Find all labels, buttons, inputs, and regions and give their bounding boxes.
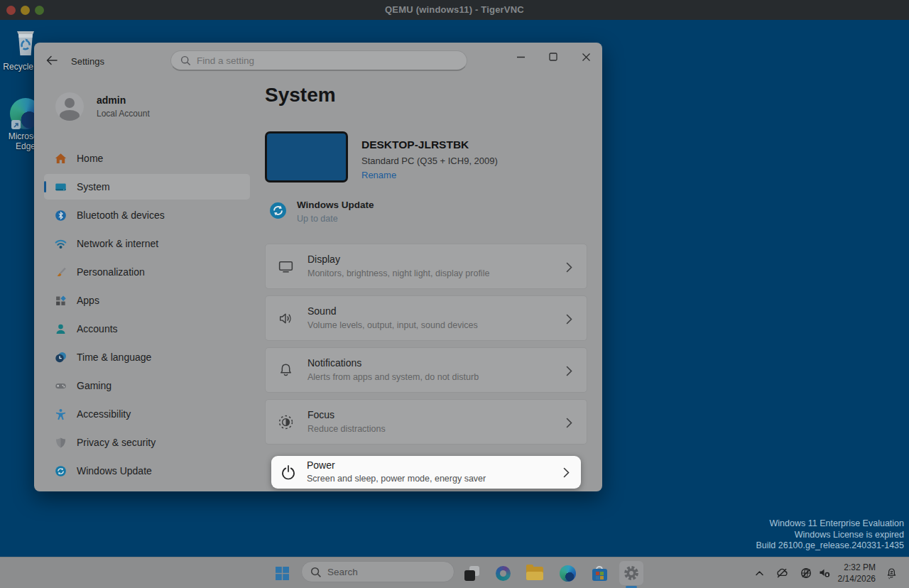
- system-icon: [55, 181, 67, 193]
- sidebar-item-personalization[interactable]: Personalization: [44, 259, 250, 285]
- sidebar-item-label: System: [77, 181, 110, 192]
- onedrive-paused-icon: [775, 567, 788, 579]
- shortcut-arrow-badge: [11, 120, 21, 129]
- volume-tray-button[interactable]: [814, 562, 835, 584]
- sidebar-item-label: Personalization: [77, 266, 145, 278]
- page-title: System: [265, 84, 336, 107]
- settings-window: Settings admin Local Account: [34, 43, 602, 491]
- sidebar-item-accounts[interactable]: Accounts: [44, 316, 250, 342]
- tray-chevron-button[interactable]: [749, 562, 770, 584]
- start-button[interactable]: [271, 562, 293, 584]
- avatar[interactable]: [55, 92, 84, 121]
- card-title: Sound: [307, 305, 336, 317]
- rename-link[interactable]: Rename: [361, 170, 396, 180]
- sidebar-item-bluetooth-devices[interactable]: Bluetooth & devices: [44, 202, 250, 228]
- taskbar: 2:32 PM 2/14/2026: [0, 557, 909, 588]
- sound-icon: [277, 310, 295, 327]
- sidebar-item-time-language[interactable]: Time & language: [44, 344, 250, 370]
- clock-globe-icon: [55, 352, 67, 364]
- chevron-right-icon: [563, 467, 570, 481]
- microsoft-365-button[interactable]: [492, 562, 513, 584]
- tray-time: 2:32 PM: [838, 562, 876, 573]
- edge-icon: [560, 565, 576, 582]
- sidebar-item-home[interactable]: Home: [44, 146, 250, 171]
- volume-muted-icon: [818, 567, 831, 579]
- search-icon: [310, 567, 322, 578]
- notification-center-button[interactable]: [881, 562, 902, 584]
- tray-date: 2/14/2026: [838, 573, 876, 584]
- bluetooth-icon: [55, 209, 67, 222]
- sidebar-item-windows-update[interactable]: Windows Update: [44, 458, 250, 484]
- search-icon: [180, 55, 191, 66]
- onedrive-tray-button[interactable]: [771, 562, 793, 584]
- sidebar-item-accessibility[interactable]: Accessibility: [44, 401, 250, 427]
- wifi-icon: [55, 238, 67, 250]
- microsoft-365-icon: [496, 566, 511, 581]
- chevron-right-icon: [566, 418, 572, 431]
- accessibility-icon: [55, 408, 67, 420]
- card-subtitle: Reduce distractions: [307, 424, 386, 434]
- card-title: Focus: [307, 409, 334, 420]
- display-icon: [277, 258, 295, 276]
- watermark-line-3: Build 26100.ge_release.240331-1435: [756, 540, 904, 552]
- card-title: Notifications: [307, 357, 361, 369]
- user-name: admin: [97, 94, 126, 106]
- watermark-line-2: Windows License is expired: [756, 530, 904, 541]
- chevron-right-icon: [566, 262, 572, 276]
- task-view-icon: [462, 564, 481, 582]
- brush-icon: [55, 266, 67, 278]
- gamepad-icon: [55, 380, 67, 392]
- sidebar-item-label: Home: [77, 153, 103, 164]
- microsoft-store-button[interactable]: [589, 562, 610, 584]
- card-title: Power: [307, 459, 335, 471]
- card-focus[interactable]: Focus Reduce distractions: [265, 399, 587, 445]
- card-title: Display: [307, 254, 340, 265]
- sidebar-item-apps[interactable]: Apps: [44, 288, 250, 313]
- no-internet-icon: [800, 567, 812, 579]
- card-sound[interactable]: Sound Volume levels, output, input, soun…: [265, 295, 587, 341]
- windows-update-title[interactable]: Windows Update: [297, 200, 374, 210]
- taskbar-search-input[interactable]: [327, 563, 447, 580]
- sidebar-item-network-internet[interactable]: Network & internet: [44, 231, 250, 256]
- bell-dnd-icon: [885, 567, 898, 580]
- sidebar-item-label: Bluetooth & devices: [77, 209, 165, 221]
- folder-icon: [526, 567, 543, 580]
- chevron-right-icon: [566, 366, 572, 379]
- card-subtitle: Volume levels, output, input, sound devi…: [307, 320, 478, 330]
- windows-watermark: Windows 11 Enterprise Evaluation Windows…: [756, 518, 904, 552]
- person-icon: [55, 323, 67, 335]
- home-icon: [55, 153, 67, 165]
- windows-logo-icon: [276, 567, 289, 580]
- sidebar-item-label: Time & language: [77, 352, 151, 363]
- sidebar-item-label: Privacy & security: [77, 437, 156, 448]
- sidebar-item-label: Windows Update: [77, 465, 152, 477]
- gear-icon: [623, 565, 640, 582]
- card-subtitle: Screen and sleep, power mode, energy sav…: [307, 474, 486, 484]
- sidebar-item-system[interactable]: System: [44, 174, 250, 200]
- edge-button[interactable]: [557, 562, 578, 584]
- sidebar-item-gaming[interactable]: Gaming: [44, 373, 250, 398]
- taskbar-search-box[interactable]: [301, 561, 454, 582]
- clock[interactable]: 2:32 PM 2/14/2026: [838, 562, 876, 584]
- sidebar-item-label: Accessibility: [77, 408, 131, 420]
- power-icon: [279, 463, 297, 481]
- apps-icon: [55, 295, 67, 307]
- card-display[interactable]: Display Monitors, brightness, night ligh…: [265, 244, 587, 289]
- task-view-button[interactable]: [461, 562, 482, 584]
- screen: QEMU (windows11) - TigerVNC Recycle Bin …: [0, 0, 909, 588]
- card-subtitle: Alerts from apps and system, do not dist…: [307, 372, 479, 382]
- sidebar-item-privacy-security[interactable]: Privacy & security: [44, 430, 250, 455]
- store-icon: [592, 566, 607, 581]
- settings-sidebar: Home System Bluetooth & devices Network …: [44, 146, 250, 486]
- card-notifications[interactable]: Notifications Alerts from apps and syste…: [265, 347, 587, 393]
- windows-update-status-icon: [269, 202, 287, 219]
- settings-button[interactable]: [621, 562, 642, 584]
- device-thumbnail: [265, 131, 348, 183]
- back-button[interactable]: [44, 53, 60, 68]
- file-explorer-button[interactable]: [524, 562, 545, 584]
- card-power[interactable]: Power Screen and sleep, power mode, ener…: [271, 456, 581, 489]
- card-subtitle: Monitors, brightness, night light, displ…: [307, 268, 489, 278]
- device-description: Standard PC (Q35 + ICH9, 2009): [361, 156, 498, 166]
- vnc-title-bar: QEMU (windows11) - TigerVNC: [0, 0, 909, 20]
- sidebar-item-label: Gaming: [77, 380, 111, 391]
